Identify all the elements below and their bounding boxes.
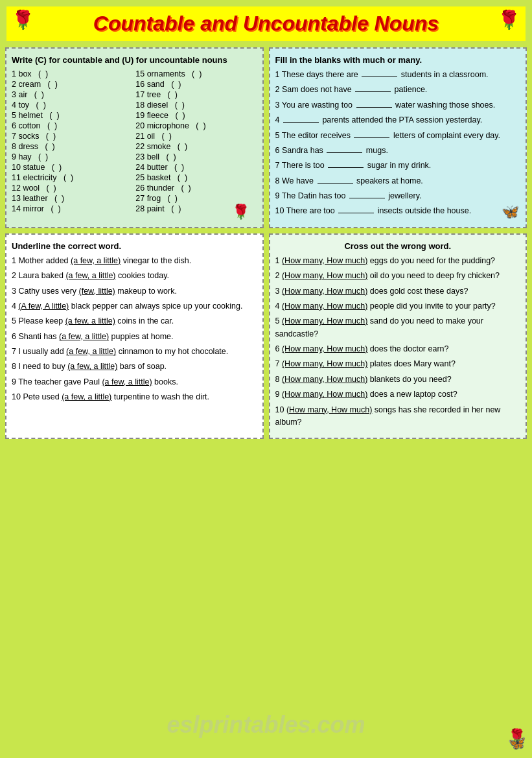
sentence: 2 Sam does not have patience. [275,84,521,96]
list-item: 27 frog ( ) [135,193,257,204]
list-item: 8 dress ( ) [12,141,133,152]
butterfly2-icon: 🦋 [502,204,519,220]
sentence: 9 The teacher gave Paul (a few, a little… [12,376,257,388]
sentence: 7 (How many, How much) plates does Mary … [275,358,521,370]
sentence: 5 (How many, How much) sand do you need … [275,315,521,340]
rose-right-icon: 🌹 [498,9,520,30]
sentence: 8 (How many, How much) blankets do you n… [275,373,521,386]
sentence: 1 (How many, How much) eggs do you need … [275,255,521,267]
list-item: 10 statue ( ) [12,162,133,172]
list-item: 18 diesel ( ) [135,100,257,110]
list-item: 13 leather ( ) [12,193,133,204]
list-item: 7 socks ( ) [12,131,133,141]
list-item: 9 hay ( ) [12,152,133,162]
sentence: 3 You are wasting too water washing thos… [275,99,521,112]
butterfly3-icon: 🦋 [508,735,526,752]
sentence: 1 Mother added (a few, a little) vinegar… [12,255,257,267]
list-item: 16 sand ( ) [135,79,257,89]
title-bar: 🌹 Countable and Uncountable Nouns 🌹 [5,5,527,42]
section4-instruction: Cross out the wrong word. [275,241,521,251]
sentence: 9 (How many, How much) does a new laptop… [275,388,521,401]
section2-instruction: Fill in the blanks with much or many. [275,55,521,65]
sentence: 6 Sandra has mugs. [275,145,521,157]
sentence: 10 There are too insects outside the hou… [275,205,521,217]
section-much-many: Fill in the blanks with much or many. 1 … [269,47,527,228]
sentence: 9 The Datin has too jewellery. [275,190,521,202]
sentence: 10 (How many, How much) songs has she re… [275,404,521,429]
list-item: 17 tree ( ) [135,89,257,100]
sentence: 2 (How many, How much) oil do you need t… [275,270,521,282]
sentence: 4 parents attended the PTA session yeste… [275,114,521,126]
list-item: 24 butter ( ) [135,162,257,172]
section4-sentences: 1 (How many, How much) eggs do you need … [275,255,521,429]
list-item: 2 cream ( ) [12,79,133,89]
sentence: 5 Please keep (a few, a little) coins in… [12,315,257,327]
list-item: 25 basket ( ) [135,172,257,183]
list-item: 1 box ( ) [12,69,133,79]
section-crossout: Cross out the wrong word. 1 (How many, H… [269,233,527,440]
nouns-list: 1 box ( ) 2 cream ( ) 3 air ( ) 4 toy ( … [12,69,257,214]
sentence: 2 Laura baked (a few, a little) cookies … [12,270,257,282]
col1: 1 box ( ) 2 cream ( ) 3 air ( ) 4 toy ( … [12,69,133,214]
bottom-grid: Underline the correct word. 1 Mother add… [5,233,527,440]
sentence: 8 I need to buy (a few, a little) bars o… [12,361,257,373]
sentence: 8 We have speakers at home. [275,175,521,187]
list-item: 11 electricity ( ) [12,172,133,183]
list-item: 4 toy ( ) [12,100,133,110]
section2-sentences: 1 These days there are students in a cla… [275,69,521,218]
list-item: 5 helmet ( ) [12,110,133,121]
list-item: 6 cotton ( ) [12,121,133,131]
section-underline: Underline the correct word. 1 Mother add… [5,233,264,440]
sentence: 4 (A few, A little) black pepper can alw… [12,300,257,313]
sentence: 7 There is too sugar in my drink. [275,160,521,172]
sentence: 7 I usually add (a few, a little) cinnam… [12,346,257,358]
section1-instruction: Write (C) for countable and (U) for unco… [12,55,257,65]
list-item: 19 fleece ( ) [135,110,257,121]
section-countable: Write (C) for countable and (U) for unco… [5,47,264,228]
list-item: 23 bell ( ) [135,152,257,162]
sentence: 6 (How many, How much) does the doctor e… [275,343,521,355]
sentence: 1 These days there are students in a cla… [275,69,521,81]
list-item: 26 thunder ( ) [135,183,257,193]
list-item: 22 smoke ( ) [135,141,257,152]
sentence: 4 (How many, How much) people did you in… [275,300,521,313]
butterfly-icon: 🌹 [232,204,249,220]
list-item: 15 ornaments ( ) [135,69,257,79]
sentence: 3 Cathy uses very (few, little) makeup t… [12,285,257,298]
page-wrapper: 🌹 Countable and Uncountable Nouns 🌹 Writ… [0,0,532,758]
sentence: 10 Pete used (a few, a little) turpentin… [12,391,257,403]
sentence: 3 (How many, How much) does gold cost th… [275,285,521,298]
col2: 15 ornaments ( ) 16 sand ( ) 17 tree ( )… [135,69,257,214]
list-item: 21 oil ( ) [135,131,257,141]
sentence: 6 Shanti has (a few, a little) puppies a… [12,331,257,343]
list-item: 14 mirror ( ) [12,204,133,214]
top-grid: Write (C) for countable and (U) for unco… [5,47,527,228]
section3-sentences: 1 Mother added (a few, a little) vinegar… [12,255,257,404]
list-item: 12 wool ( ) [12,183,133,193]
page-title: Countable and Uncountable Nouns [93,12,439,35]
section3-instruction: Underline the correct word. [12,241,257,251]
rose-left-icon: 🌹 [12,9,34,30]
list-item: 20 microphone ( ) [135,121,257,131]
sentence: 5 The editor receives letters of complai… [275,130,521,142]
list-item: 3 air ( ) [12,89,133,100]
watermark: eslprintables.com [167,711,365,739]
